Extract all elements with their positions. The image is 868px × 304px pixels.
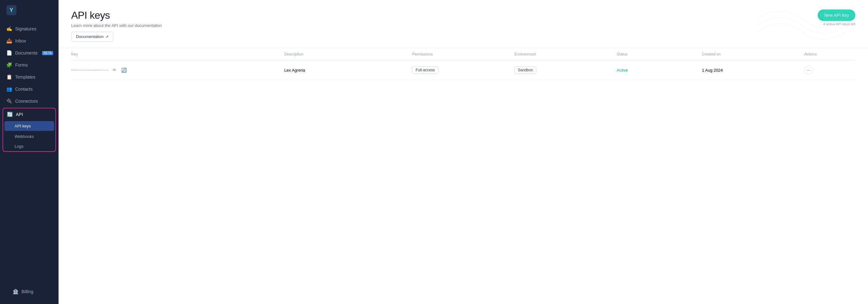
col-key: Key bbox=[71, 52, 284, 56]
inbox-icon: 📥 bbox=[6, 38, 12, 44]
api-section: 🔄 API API keys Webhooks Logs bbox=[3, 108, 56, 152]
sidebar-label-forms: Forms bbox=[15, 62, 28, 67]
api-keys-label: API keys bbox=[14, 123, 31, 129]
logo-icon: Y bbox=[6, 5, 17, 15]
col-created-on: Created on bbox=[702, 52, 804, 56]
sidebar-label-contacts: Contacts bbox=[15, 86, 33, 92]
table-header: Key Description Permissions Environment … bbox=[71, 48, 855, 60]
table-row: ····························· 👁 🔄 Lex Ag… bbox=[71, 60, 855, 80]
api-icon: 🔄 bbox=[7, 112, 13, 117]
page-title-area: API keys Learn more about the API with o… bbox=[71, 9, 162, 42]
environment-cell: Sandbox bbox=[515, 66, 617, 74]
billing-icon: 🏦 bbox=[13, 289, 18, 295]
key-cell: ····························· 👁 🔄 bbox=[71, 67, 284, 73]
sidebar-item-contacts[interactable]: 👥 Contacts bbox=[0, 83, 59, 95]
page-subtitle: Learn more about the API with our docume… bbox=[71, 23, 162, 28]
table-section: Key Description Permissions Environment … bbox=[59, 48, 868, 304]
sidebar-label-api: API bbox=[16, 112, 23, 117]
documents-icon: 📄 bbox=[6, 50, 12, 56]
documentation-button[interactable]: Documentation ↗ bbox=[71, 32, 113, 42]
col-environment: Environment bbox=[515, 52, 617, 56]
sidebar-logo: Y bbox=[0, 0, 59, 20]
page-header-top: API keys Learn more about the API with o… bbox=[71, 9, 855, 42]
col-description: Description bbox=[284, 52, 412, 56]
row-actions-button[interactable]: ··· bbox=[804, 65, 813, 75]
status-badge: Active bbox=[617, 68, 702, 73]
connectors-icon: 🔌 bbox=[6, 98, 12, 104]
sidebar-item-signatures[interactable]: ✍ Signatures bbox=[0, 23, 59, 35]
sidebar: Y ✍ Signatures 📥 Inbox 📄 Documents BETA … bbox=[0, 0, 59, 304]
col-permissions: Permissions bbox=[412, 52, 514, 56]
new-api-key-button[interactable]: New API key bbox=[818, 9, 855, 21]
eye-icon[interactable]: 👁 bbox=[112, 67, 117, 73]
sidebar-bottom: 🏦 Billing bbox=[0, 282, 59, 304]
sidebar-item-documents[interactable]: 📄 Documents BETA bbox=[0, 47, 59, 59]
sidebar-label-documents: Documents bbox=[15, 50, 38, 55]
sidebar-label-signatures: Signatures bbox=[15, 26, 36, 31]
actions-cell: ··· bbox=[804, 65, 855, 75]
forms-icon: 🧩 bbox=[6, 62, 12, 68]
documents-badge: BETA bbox=[42, 51, 53, 55]
permissions-cell: Full-access bbox=[412, 66, 514, 74]
documentation-button-label: Documentation bbox=[76, 34, 103, 39]
environment-tag: Sandbox bbox=[515, 66, 536, 74]
created-on-cell: 1 Aug 2024 bbox=[702, 68, 804, 73]
ellipsis-icon: ··· bbox=[807, 67, 811, 73]
sidebar-label-templates: Templates bbox=[15, 75, 35, 80]
key-masked-value: ····························· bbox=[71, 68, 108, 72]
sidebar-subitem-webhooks[interactable]: Webhooks bbox=[3, 132, 55, 141]
sidebar-nav: ✍ Signatures 📥 Inbox 📄 Documents BETA 🧩 … bbox=[0, 23, 59, 282]
page-header: API keys Learn more about the API with o… bbox=[59, 0, 868, 48]
sidebar-subitem-logs[interactable]: Logs bbox=[3, 141, 55, 151]
sidebar-label-inbox: Inbox bbox=[15, 38, 26, 44]
sidebar-item-billing[interactable]: 🏦 Billing bbox=[6, 286, 52, 298]
sidebar-item-api[interactable]: 🔄 API bbox=[3, 108, 55, 120]
sidebar-item-templates[interactable]: 📋 Templates bbox=[0, 71, 59, 83]
sidebar-label-connectors: Connectors bbox=[15, 99, 38, 104]
sidebar-item-forms[interactable]: 🧩 Forms bbox=[0, 59, 59, 71]
sidebar-subitem-api-keys[interactable]: API keys bbox=[4, 121, 54, 131]
contacts-icon: 👥 bbox=[6, 86, 12, 92]
description-cell: Lex Agreria bbox=[284, 68, 412, 73]
main-content: API keys Learn more about the API with o… bbox=[59, 0, 868, 304]
sidebar-item-connectors[interactable]: 🔌 Connectors bbox=[0, 95, 59, 107]
refresh-icon[interactable]: 🔄 bbox=[121, 67, 127, 73]
signatures-icon: ✍ bbox=[6, 26, 12, 32]
logs-label: Logs bbox=[14, 144, 23, 149]
api-keys-left-text: 4 active API keys left bbox=[824, 22, 856, 26]
permissions-tag: Full-access bbox=[412, 66, 438, 74]
webhooks-label: Webhooks bbox=[14, 134, 34, 139]
templates-icon: 📋 bbox=[6, 74, 12, 80]
col-actions: Actions bbox=[804, 52, 855, 56]
top-right-actions: New API key 4 active API keys left bbox=[818, 9, 855, 26]
sidebar-item-inbox[interactable]: 📥 Inbox bbox=[0, 35, 59, 47]
sidebar-label-billing: Billing bbox=[22, 289, 33, 294]
col-status: Status bbox=[617, 52, 702, 56]
external-link-icon: ↗ bbox=[105, 34, 108, 39]
page-title: API keys bbox=[71, 9, 162, 21]
